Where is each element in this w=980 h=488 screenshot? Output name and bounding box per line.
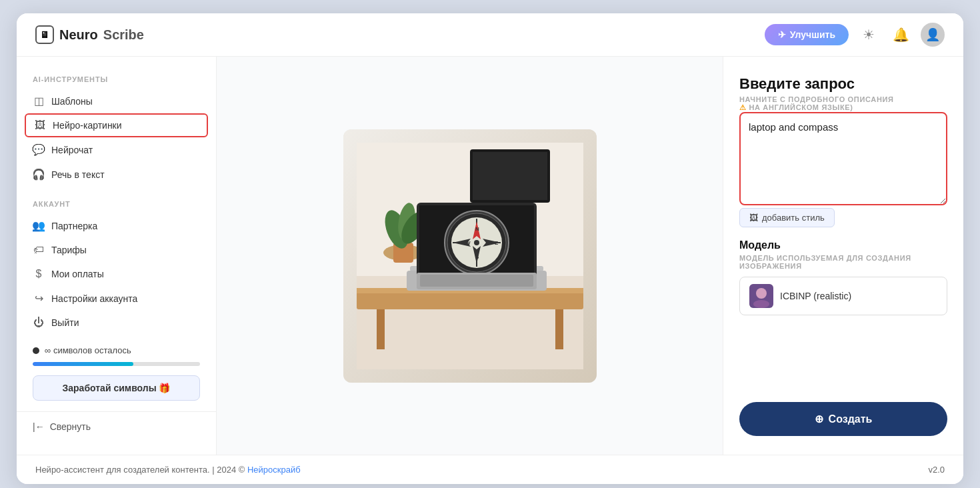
svg-text:N: N: [475, 226, 479, 232]
svg-text:E: E: [495, 240, 499, 246]
add-style-label: добавить стиль: [762, 213, 825, 223]
sidebar-item-account-settings-label: Настройки аккаунта: [51, 293, 137, 304]
model-sublabel: МОДЕЛЬ ИСПОЛЬЗУЕМАЯ ДЛЯ СОЗДАНИЯ ИЗОБРАЖ…: [739, 254, 947, 270]
model-label: Модель: [739, 239, 947, 251]
ai-tools-section-label: AI-ИНСТРУМЕНТЫ: [17, 75, 216, 83]
earn-symbols-button[interactable]: Заработай символы 🎁: [33, 375, 200, 401]
laptop-compass-svg: N S E W brand: [357, 143, 583, 369]
symbols-dot: [33, 347, 39, 354]
sidebar-item-templates-label: Шаблоны: [51, 96, 93, 107]
avatar-button[interactable]: 👤: [921, 23, 945, 47]
avatar-icon: 👤: [925, 27, 940, 42]
templates-icon: ◫: [33, 95, 45, 107]
sidebar: AI-ИНСТРУМЕНТЫ ◫ Шаблоны 🖼 Нейро-картинк…: [17, 57, 217, 455]
panel-subtitle: НАЧНИТЕ С ПОДРОБНОГО ОПИСАНИЯ ⚠ НА АНГЛИ…: [739, 95, 947, 112]
logo-scribe: Scribe: [103, 27, 144, 43]
progress-bar-bg: [33, 362, 200, 366]
model-selector[interactable]: ICBINP (realistic): [739, 277, 947, 315]
create-button[interactable]: ⊕ Создать: [739, 402, 947, 436]
collapse-label: Свернуть: [50, 421, 91, 432]
upgrade-button[interactable]: ✈ Улучшить: [765, 24, 849, 45]
sidebar-item-templates[interactable]: ◫ Шаблоны: [17, 89, 216, 113]
sidebar-item-payments-label: Мои оплаты: [51, 269, 104, 279]
sidebar-item-partner-label: Партнерка: [51, 221, 97, 231]
svg-text:S: S: [475, 254, 479, 260]
footer: Нейро-ассистент для создателей контента.…: [17, 455, 963, 484]
prompt-textarea[interactable]: laptop and compass: [739, 112, 947, 205]
sidebar-item-neuro-chat[interactable]: 💬 Нейрочат: [17, 137, 216, 162]
content-area: N S E W brand: [217, 57, 723, 455]
neuro-images-icon: 🖼: [34, 119, 46, 131]
sidebar-item-neuro-images[interactable]: 🖼 Нейро-картинки: [25, 113, 208, 137]
sidebar-item-logout[interactable]: ⏻ Выйти: [17, 311, 216, 335]
sidebar-item-neuro-images-label: Нейро-картинки: [53, 120, 122, 131]
model-name: ICBINP (realistic): [780, 291, 851, 301]
app-window: 🖥 NeuroScribe ✈ Улучшить ☀ 🔔 👤 AI-ИНСТРУ…: [17, 13, 963, 484]
logout-icon: ⏻: [33, 317, 45, 329]
collapse-icon: |←: [33, 421, 45, 432]
sidebar-item-account-settings[interactable]: ↪ Настройки аккаунта: [17, 286, 216, 311]
logo-neuro: Neuro: [59, 27, 98, 43]
sidebar-item-partner[interactable]: 👥 Партнерка: [17, 213, 216, 238]
svg-text:W: W: [465, 240, 471, 246]
header-right: ✈ Улучшить ☀ 🔔 👤: [765, 23, 945, 47]
sidebar-item-speech-text[interactable]: 🎧 Речь в текст: [17, 162, 216, 187]
svg-rect-12: [555, 309, 563, 349]
collapse-button[interactable]: |← Свернуть: [17, 411, 216, 441]
add-style-icon: 🖼: [749, 213, 758, 223]
warn-icon: ⚠: [739, 103, 747, 111]
prompt-section: Введите запрос НАЧНИТЕ С ПОДРОБНОГО ОПИС…: [739, 75, 947, 227]
logo-icon: 🖥: [35, 25, 54, 44]
svg-point-38: [753, 300, 769, 308]
svg-point-37: [756, 288, 767, 299]
progress-bar-fill: [33, 362, 133, 366]
main-layout: AI-ИНСТРУМЕНТЫ ◫ Шаблоны 🖼 Нейро-картинк…: [17, 57, 963, 455]
neuro-chat-icon: 💬: [33, 143, 45, 156]
right-panel: Введите запрос НАЧНИТЕ С ПОДРОБНОГО ОПИС…: [723, 57, 963, 455]
sidebar-item-payments[interactable]: $ Мои оплаты: [17, 262, 216, 286]
svg-point-28: [474, 240, 479, 245]
subtitle-text: НАЧНИТЕ С ПОДРОБНОГО ОПИСАНИЯ: [739, 95, 894, 103]
subtitle-warn: НА АНГЛИЙСКОМ ЯЗЫКЕ): [749, 103, 853, 111]
create-label: Создать: [829, 413, 873, 425]
sidebar-item-logout-label: Выйти: [51, 317, 79, 328]
header: 🖥 NeuroScribe ✈ Улучшить ☀ 🔔 👤: [17, 13, 963, 57]
create-icon: ⊕: [815, 413, 823, 425]
notification-button[interactable]: 🔔: [889, 23, 913, 47]
upgrade-label: Улучшить: [790, 29, 835, 40]
sidebar-item-tariffs[interactable]: 🏷 Тарифы: [17, 238, 216, 262]
speech-text-icon: 🎧: [33, 168, 45, 181]
footer-left: Нейро-ассистент для создателей контента.…: [35, 465, 301, 475]
svg-rect-3: [473, 152, 547, 200]
add-style-button[interactable]: 🖼 добавить стиль: [739, 208, 835, 227]
model-section: Модель МОДЕЛЬ ИСПОЛЬЗУЕМАЯ ДЛЯ СОЗДАНИЯ …: [739, 239, 947, 315]
svg-rect-35: [420, 275, 533, 287]
theme-toggle-button[interactable]: ☀: [857, 23, 881, 47]
sidebar-item-neuro-chat-label: Нейрочат: [51, 145, 93, 155]
account-section-label: АККАУНТ: [17, 200, 216, 208]
sidebar-item-tariffs-label: Тарифы: [51, 245, 87, 255]
theme-icon: ☀: [863, 27, 875, 43]
sidebar-footer: ∞ символов осталось Заработай символы 🎁: [17, 335, 216, 411]
upgrade-icon: ✈: [778, 29, 786, 40]
svg-rect-11: [377, 309, 385, 349]
model-thumbnail: [749, 284, 773, 308]
logo: 🖥 NeuroScribe: [35, 25, 144, 44]
footer-left-text: Нейро-ассистент для создателей контента.…: [35, 465, 247, 475]
account-settings-icon: ↪: [33, 292, 45, 305]
laptop-image-mock: N S E W brand: [343, 129, 597, 383]
footer-version: v2.0: [928, 465, 945, 475]
model-thumb-svg: [749, 284, 773, 308]
symbols-label: ∞ символов осталось: [45, 345, 131, 355]
footer-link[interactable]: Нейроскрайб: [247, 465, 301, 475]
generated-image-container: N S E W brand: [343, 129, 597, 383]
symbols-row: ∞ символов осталось: [33, 345, 200, 355]
panel-title: Введите запрос: [739, 75, 947, 93]
partner-icon: 👥: [33, 219, 45, 232]
payments-icon: $: [33, 268, 45, 280]
sidebar-item-speech-text-label: Речь в текст: [51, 169, 105, 180]
tariffs-icon: 🏷: [33, 244, 45, 256]
